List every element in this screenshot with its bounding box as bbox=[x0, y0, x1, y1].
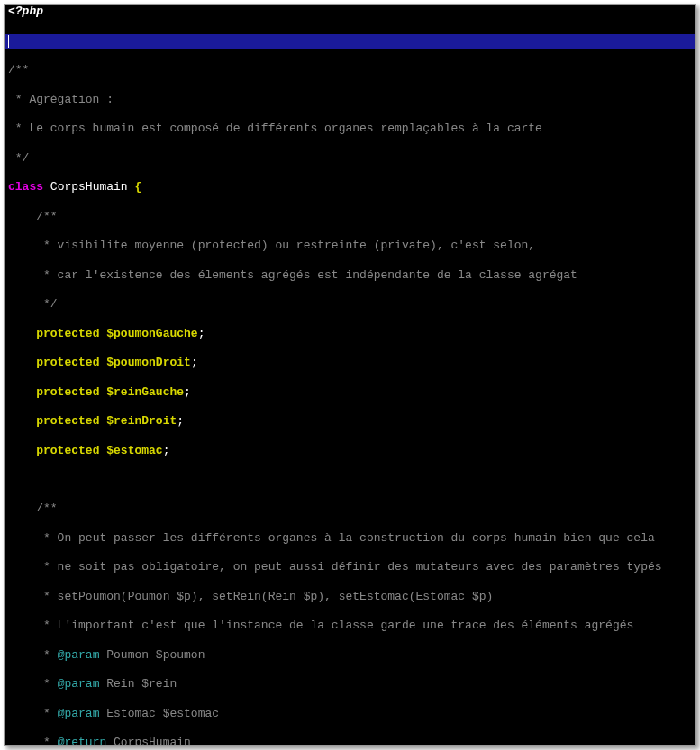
code-line[interactable]: <?php bbox=[5, 5, 695, 19]
token-tag: <?php bbox=[8, 5, 43, 18]
code-line[interactable]: class CorpsHumain { bbox=[5, 180, 695, 194]
code-line[interactable]: /** bbox=[5, 63, 695, 77]
token-comment: * bbox=[36, 677, 57, 691]
code-line[interactable]: protected $estomac; bbox=[5, 444, 695, 458]
token-comment: Estomac $estomac bbox=[99, 707, 219, 720]
code-line[interactable]: * L'important c'est que l'instance de la… bbox=[5, 619, 695, 633]
code-line[interactable]: protected $poumonGauche; bbox=[5, 327, 695, 341]
code-line[interactable]: * @param Poumon $poumon bbox=[5, 648, 695, 663]
token-comment: * L'important c'est que l'instance de la… bbox=[36, 619, 633, 632]
code-line[interactable]: protected $poumonDroit; bbox=[5, 356, 695, 370]
token-op: ; bbox=[177, 414, 184, 428]
code-line[interactable]: * On peut passer les différents organes … bbox=[5, 531, 695, 546]
token-kw2: protected bbox=[36, 327, 99, 340]
token-kw2: protected bbox=[36, 356, 99, 369]
code-line[interactable]: protected $reinGauche; bbox=[5, 385, 695, 400]
token-comment: Poumon $poumon bbox=[99, 648, 205, 662]
code-line[interactable]: */ bbox=[5, 297, 695, 312]
code-area[interactable]: <?php /** * Agrégation : * Le corps huma… bbox=[5, 5, 695, 746]
cursor-caret bbox=[8, 35, 9, 48]
token-comment: /** bbox=[36, 502, 57, 515]
token-var: $poumonDroit bbox=[106, 356, 191, 369]
token-op: ; bbox=[163, 444, 170, 457]
token-brace: { bbox=[134, 180, 141, 194]
token-op: ; bbox=[198, 327, 205, 340]
token-comment: * On peut passer les différents organes … bbox=[36, 531, 655, 545]
token-var: $estomac bbox=[106, 444, 162, 457]
token-kw2: protected bbox=[36, 444, 99, 457]
token-doctag: @param bbox=[58, 648, 100, 662]
code-editor[interactable]: <?php /** * Agrégation : * Le corps huma… bbox=[4, 4, 696, 746]
token-comment: * Agrégation : bbox=[8, 93, 114, 106]
token-var: $reinDroit bbox=[106, 414, 177, 428]
token-doctag: @return bbox=[58, 736, 107, 746]
code-line[interactable]: * @param Estomac $estomac bbox=[5, 707, 695, 721]
token-comment: * car l'existence des élements agrégés e… bbox=[36, 268, 577, 282]
code-line[interactable]: * Agrégation : bbox=[5, 93, 695, 107]
token-op: ; bbox=[184, 385, 191, 399]
token-doctag: @param bbox=[58, 707, 100, 720]
token-comment: Rein $rein bbox=[99, 677, 177, 691]
code-line[interactable]: * setPoumon(Poumon $p), setRein(Rein $p)… bbox=[5, 590, 695, 604]
token-comment: * Le corps humain est composé de différe… bbox=[8, 122, 542, 135]
token-op bbox=[43, 180, 50, 194]
token-comment: * visibilite moyenne (protected) ou rest… bbox=[36, 239, 535, 252]
code-line[interactable]: protected $reinDroit; bbox=[5, 414, 695, 429]
token-comment: * setPoumon(Poumon $p), setRein(Rein $p)… bbox=[36, 590, 493, 603]
code-line[interactable]: * Le corps humain est composé de différe… bbox=[5, 122, 695, 136]
token-comment: */ bbox=[8, 151, 29, 165]
token-var: $reinGauche bbox=[106, 385, 184, 399]
token-comment: * bbox=[36, 707, 57, 720]
token-kw2: protected bbox=[36, 414, 99, 428]
code-line[interactable]: * ne soit pas obligatoire, on peut aussi… bbox=[5, 560, 695, 574]
code-line[interactable]: * visibilite moyenne (protected) ou rest… bbox=[5, 239, 695, 253]
code-line[interactable]: * @return CorpsHumain bbox=[5, 736, 695, 746]
token-comment: /** bbox=[8, 63, 29, 77]
token-comment: CorpsHumain bbox=[106, 736, 191, 746]
token-comment: * bbox=[36, 736, 57, 746]
code-line[interactable]: /** bbox=[5, 502, 695, 516]
token-comment: /** bbox=[36, 210, 57, 223]
code-line[interactable]: * car l'existence des élements agrégés e… bbox=[5, 268, 695, 283]
token-type: CorpsHumain bbox=[50, 180, 128, 194]
code-line[interactable] bbox=[5, 34, 695, 49]
token-comment: * ne soit pas obligatoire, on peut aussi… bbox=[36, 560, 661, 574]
token-comment: */ bbox=[36, 297, 57, 311]
code-line[interactable]: * @param Rein $rein bbox=[5, 677, 695, 691]
code-line[interactable] bbox=[5, 473, 695, 487]
token-kw: class bbox=[8, 180, 43, 194]
code-line[interactable]: */ bbox=[5, 151, 695, 166]
token-doctag: @param bbox=[58, 677, 100, 691]
token-var: $poumonGauche bbox=[106, 327, 197, 340]
token-op: ; bbox=[191, 356, 198, 369]
token-kw2: protected bbox=[36, 385, 99, 399]
code-line[interactable]: /** bbox=[5, 210, 695, 224]
token-comment: * bbox=[36, 648, 57, 662]
